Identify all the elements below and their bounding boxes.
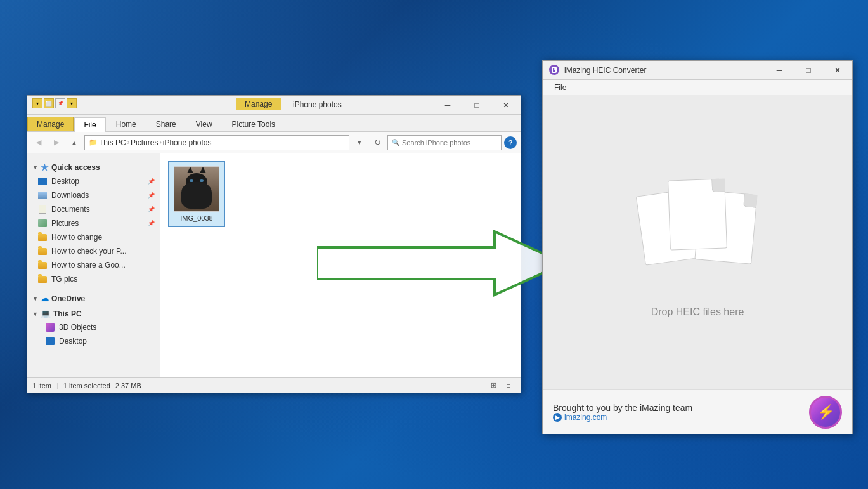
imazing-body[interactable]: Drop HEIC files here (543, 95, 852, 389)
titlebar-icon-1[interactable]: ▾ (32, 98, 42, 108)
minimize-button[interactable]: ─ (433, 96, 462, 115)
sidebar-item-pictures[interactable]: Pictures 📌 (27, 216, 160, 230)
quick-access-icon: ★ (41, 162, 49, 173)
quick-access-label: Quick access (51, 163, 100, 172)
pin-icon-pictures: 📌 (148, 220, 155, 226)
sidebar-item-how-to-check-label: How to check your P... (51, 247, 127, 256)
imazing-maximize-button[interactable]: □ (794, 61, 823, 80)
desktop-pc-icon (45, 336, 55, 346)
footer-text-group: Brought to you by the iMazing team ▶ ima… (553, 403, 801, 422)
onedrive-header[interactable]: ▼ ☁ OneDrive (27, 290, 160, 305)
this-pc-chevron: ▼ (32, 311, 38, 317)
imazing-footer: Brought to you by the iMazing team ▶ ima… (543, 389, 852, 434)
pin-icon-documents: 📌 (148, 206, 155, 212)
sidebar-item-3dobjects[interactable]: 3D Objects (27, 320, 160, 334)
tab-home[interactable]: Home (107, 117, 146, 131)
item-count: 1 item (32, 382, 51, 389)
address-path[interactable]: 📁 This PC › Pictures › iPhone photos (84, 135, 349, 150)
tab-manage[interactable]: Manage (27, 117, 74, 131)
imazing-title: iMazing HEIC Converter (564, 66, 646, 75)
up-button[interactable]: ▲ (67, 135, 82, 150)
path-this-pc[interactable]: This PC (99, 138, 126, 147)
status-bar: 1 item | 1 item selected 2.37 MB ⊞ ≡ (27, 377, 521, 393)
sidebar-item-documents[interactable]: Documents 📌 (27, 202, 160, 216)
ribbon: Manage File Home Share View Picture Tool… (27, 115, 521, 132)
sidebar-item-3dobjects-label: 3D Objects (59, 323, 96, 332)
explorer-title: iPhone photos (293, 100, 342, 109)
sidebar-item-tg-pics[interactable]: TG pics (27, 272, 160, 286)
path-pictures[interactable]: Pictures (131, 138, 158, 147)
status-sep: | (56, 382, 58, 389)
imazing-menu-file[interactable]: File (548, 82, 573, 93)
tab-picture-tools[interactable]: Picture Tools (223, 117, 285, 131)
tab-view[interactable]: View (186, 117, 222, 131)
folder-icon-4 (37, 274, 48, 284)
this-pc-header[interactable]: ▼ 💻 This PC (27, 305, 160, 320)
imazing-titlebar: iMazing HEIC Converter ─ □ ✕ (543, 61, 852, 80)
sidebar-item-desktop-pc[interactable]: Desktop (27, 334, 160, 348)
file-item-img0038[interactable]: IMG_0038 (168, 161, 225, 227)
footer-link-text[interactable]: imazing.com (564, 413, 607, 422)
titlebar-icon-pin[interactable]: 📌 (55, 98, 65, 108)
forward-button[interactable]: ▶ (49, 135, 64, 150)
back-button[interactable]: ◀ (31, 135, 46, 150)
file-area[interactable]: IMG_0038 (160, 153, 521, 377)
path-sep-2: › (159, 139, 161, 146)
3dobjects-icon (45, 322, 55, 332)
folder-icon-3 (37, 260, 48, 270)
tab-share[interactable]: Share (146, 117, 186, 131)
pictures-icon (37, 218, 48, 228)
sidebar-item-how-to-check[interactable]: How to check your P... (27, 244, 160, 258)
footer-title: Brought to you by the iMazing team (553, 403, 801, 413)
onedrive-label: OneDrive (51, 294, 85, 303)
sidebar-item-pictures-label: Pictures (51, 219, 79, 228)
search-input[interactable] (402, 139, 497, 147)
manage-badge[interactable]: Manage (236, 98, 281, 110)
imazing-minimize-button[interactable]: ─ (765, 61, 794, 80)
explorer-body: ▼ ★ Quick access Desktop 📌 Downloads 📌 (27, 153, 521, 377)
downloads-icon (37, 190, 48, 200)
imazing-logo-circle (549, 65, 559, 75)
file-name: IMG_0038 (180, 214, 212, 222)
quick-access-header[interactable]: ▼ ★ Quick access (27, 159, 160, 174)
sidebar-item-downloads[interactable]: Downloads 📌 (27, 188, 160, 202)
view-list-button[interactable]: ≡ (502, 380, 515, 391)
desktop-icon (37, 176, 48, 186)
sidebar-item-desktop[interactable]: Desktop 📌 (27, 174, 160, 188)
drop-text: Drop HEIC files here (651, 306, 744, 318)
cat-image (174, 167, 219, 211)
imazing-close-button[interactable]: ✕ (823, 61, 852, 80)
file-thumbnail (174, 166, 219, 212)
path-dropdown-button[interactable]: ▾ (352, 135, 367, 150)
titlebar-icon-2[interactable]: ⬜ (44, 98, 54, 108)
search-box[interactable]: 🔍 (387, 135, 502, 150)
sidebar: ▼ ★ Quick access Desktop 📌 Downloads 📌 (27, 153, 160, 377)
tab-file[interactable]: File (74, 117, 105, 132)
maximize-button[interactable]: □ (462, 96, 491, 115)
refresh-button[interactable]: ↻ (370, 135, 385, 150)
footer-link-arrow-icon: ▶ (553, 413, 562, 422)
view-grid-button[interactable]: ⊞ (486, 380, 500, 391)
file-size: 2.37 MB (115, 382, 141, 389)
path-iphone-photos[interactable]: iPhone photos (163, 138, 212, 147)
sidebar-item-desktop-label: Desktop (51, 177, 79, 186)
address-bar: ◀ ▶ ▲ 📁 This PC › Pictures › iPhone phot… (27, 132, 521, 153)
sidebar-item-desktop-pc-label: Desktop (59, 337, 87, 346)
sidebar-item-how-to-change-label: How to change (51, 233, 102, 242)
quick-access-chevron: ▼ (32, 164, 38, 171)
this-pc-icon: 💻 (41, 309, 51, 318)
footer-link[interactable]: ▶ imazing.com (553, 413, 801, 422)
ribbon-tabs: Manage File Home Share View Picture Tool… (27, 115, 521, 131)
doc-icon-2 (668, 178, 727, 250)
sidebar-item-how-to-share[interactable]: How to share a Goo... (27, 258, 160, 272)
titlebar-icon-3[interactable]: ▾ (67, 98, 77, 108)
pin-icon: 📌 (148, 178, 155, 185)
close-button[interactable]: ✕ (491, 96, 521, 115)
help-button[interactable]: ? (504, 136, 517, 149)
onedrive-icon: ☁ (41, 294, 49, 303)
path-sep-1: › (127, 139, 129, 146)
sidebar-item-how-to-change[interactable]: How to change (27, 230, 160, 244)
this-pc-label: This PC (53, 310, 82, 318)
explorer-titlebar: ▾ ⬜ 📌 ▾ Manage iPhone photos ─ □ ✕ (27, 96, 521, 115)
drop-area[interactable]: Drop HEIC files here (634, 167, 761, 318)
